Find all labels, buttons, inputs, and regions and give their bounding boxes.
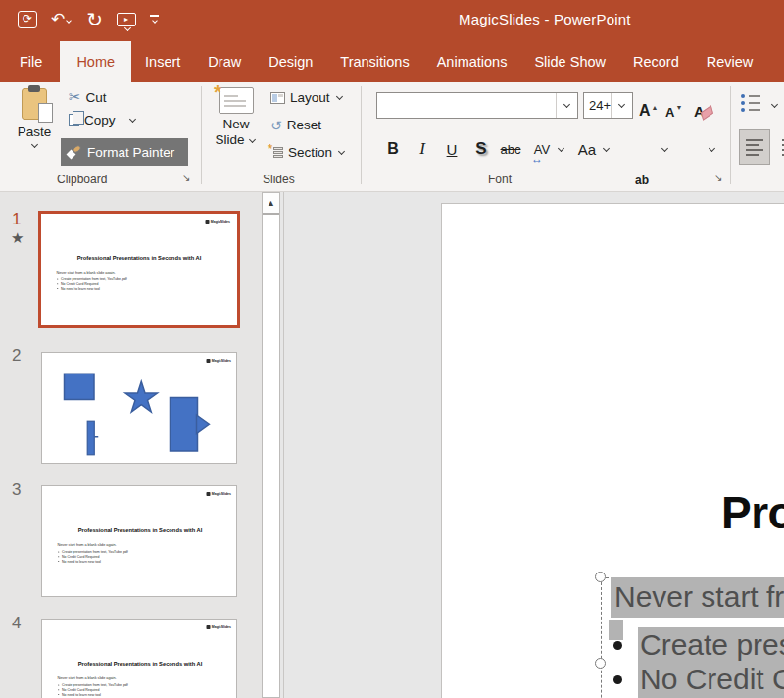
spacing-arrows-icon: ↔ [531,152,543,166]
thumbnail-scrollbar[interactable]: ▲ [262,192,280,698]
ribbon: Paste ✂ Cut Copy Format Painter Clipboar… [0,82,784,192]
text-shadow-button[interactable]: S [470,131,492,167]
mini-slide-title: Professional Presentations in Seconds wi… [41,255,237,262]
undo-icon: ↶ [51,10,65,28]
tab-review[interactable]: Review [693,41,767,82]
clear-formatting-button[interactable]: A [694,94,713,120]
font-color-dropdown-icon[interactable] [709,145,715,152]
format-painter-icon [68,146,81,158]
shrink-font-button[interactable]: A▼ [665,94,682,120]
mini-slide-bullets: Create presentation from text, YouTube, … [62,550,128,564]
grow-font-button[interactable]: A▲ [639,94,659,120]
mini-slide-subtitle: Never start from a blank slide again. [58,675,117,679]
mini-slide-subtitle: Never start from a blank slide again. [57,270,116,274]
strikethrough-button[interactable]: abc [496,131,525,167]
mini-slide-bullets: Create presentation from text, YouTube, … [61,277,127,291]
mini-slide-subtitle: Never start from a blank slide again. [58,542,117,546]
ribbon-tab-bar: File Home Insert Draw Design Transitions… [0,41,784,82]
slide-bullet-list[interactable]: Create presentation from text, YouTube, … [638,627,784,698]
copy-button[interactable]: Copy [69,113,137,127]
slide-thumbnail-panel: 1 ★ MagicSlides Professional Presentatio… [0,192,262,698]
bullets-button[interactable] [741,94,760,112]
tab-insert[interactable]: Insert [131,41,194,82]
format-painter-button[interactable]: Format Painter [61,138,188,166]
quick-access-toolbar: ⟳ ↶ ↻ ▸ [18,8,159,31]
undo-button[interactable]: ↶ [51,8,73,31]
font-size-dropdown-icon[interactable] [611,93,632,118]
copy-icon [69,114,79,126]
align-left-button[interactable] [739,129,770,165]
slide-thumbnail-3[interactable]: MagicSlides Professional Presentations i… [41,485,237,597]
slide-editing-canvas: Professional Presentations in Seconds wi… [284,192,784,698]
highlight-dropdown-icon[interactable] [662,145,668,152]
align-center-button[interactable] [776,129,784,165]
tab-slideshow[interactable]: Slide Show [520,41,619,82]
resize-handle-top-left[interactable] [595,572,606,582]
change-case-button[interactable]: Aa [574,131,600,167]
font-group-label: Font [488,173,512,186]
magicslides-logo: MagicSlides [207,492,231,496]
font-dialog-launcher-icon[interactable]: ↘ [714,173,722,183]
section-icon: * [270,147,283,158]
tab-design[interactable]: Design [255,41,326,82]
reset-icon: ↺ [270,119,282,132]
scrollbar-up-icon[interactable]: ▲ [263,193,279,215]
magicslides-logo: MagicSlides [206,220,230,224]
tab-draw[interactable]: Draw [194,41,255,82]
tab-file[interactable]: File [2,41,60,82]
slide-thumbnail-2[interactable]: MagicSlides [41,352,237,464]
spacing-dropdown-icon[interactable] [558,145,564,152]
font-size-combo[interactable]: 24+ [583,92,633,119]
title-bar: ⟳ ↶ ↻ ▸ MagicSlides - PowerPoint [0,0,784,41]
character-spacing-button[interactable]: AV ↔ [529,131,555,167]
case-dropdown-icon[interactable] [603,145,610,152]
animation-star-icon[interactable]: ★ [11,229,24,247]
current-slide[interactable]: Professional Presentations in Seconds wi… [441,203,784,698]
save-icon[interactable]: ⟳ [18,11,37,28]
tab-record[interactable]: Record [619,41,693,82]
slide-number-4: 4 [12,614,21,633]
font-name-combo[interactable] [376,92,578,119]
slide-thumbnail-1[interactable]: MagicSlides Professional Presentations i… [38,211,240,328]
bullets-dropdown-icon[interactable] [771,101,778,108]
tab-home[interactable]: Home [60,41,131,82]
mini-slide-title: Professional Presentations in Seconds wi… [42,527,237,534]
tab-animations[interactable]: Animations [423,41,521,82]
cut-icon: ✂ [69,88,81,106]
mini-slide-bullets: Create presentation from text, YouTube, … [62,683,128,697]
mini-slide-title: Professional Presentations in Seconds wi… [42,661,237,668]
new-slide-button[interactable]: * New Slide [209,84,264,174]
slide-number-1: 1 [12,210,21,229]
slide-number-2: 2 [12,346,21,366]
font-name-dropdown-icon[interactable] [556,93,577,118]
slide-thumbnail-4[interactable]: MagicSlides Professional Presentations i… [41,619,237,698]
layout-button[interactable]: Layout [270,90,344,105]
slide-subtitle-text[interactable]: Never start from a blank slide again. [611,580,784,614]
layout-icon [270,92,285,104]
resize-handle-middle-left[interactable] [595,658,606,669]
slide-shapes-graphic [42,353,237,464]
tab-transitions[interactable]: Transitions [326,41,422,82]
bold-button[interactable]: B [382,131,404,167]
slide-number-3: 3 [12,480,21,500]
undo-dropdown-icon[interactable] [66,18,72,24]
paste-button[interactable]: Paste [8,84,61,171]
cut-button[interactable]: ✂ Cut [69,88,107,106]
slides-group-label: Slides [263,173,295,186]
window-title: MagicSlides - PowerPoint [459,11,631,27]
paste-icon [22,88,47,120]
slideshow-icon[interactable]: ▸ [117,13,136,26]
reset-button[interactable]: ↺ Reset [270,118,321,132]
italic-button[interactable]: I [412,131,433,167]
powerpoint-window: ⟳ ↶ ↻ ▸ MagicSlides - PowerPoint File Ho… [0,0,784,698]
section-button[interactable]: * Section [270,145,346,160]
customize-qat-icon[interactable] [150,15,159,25]
redo-icon[interactable]: ↻ [86,8,103,31]
underline-button[interactable]: U [441,131,463,167]
new-slide-icon: * [219,87,254,114]
slide-title-text[interactable]: Professional Presentations in Seconds wi… [721,486,784,539]
clipboard-dialog-launcher-icon[interactable]: ↘ [182,173,190,183]
clipboard-group-label: Clipboard [57,173,107,186]
font-size-value: 24+ [584,98,611,113]
magicslides-logo: MagicSlides [207,625,231,629]
